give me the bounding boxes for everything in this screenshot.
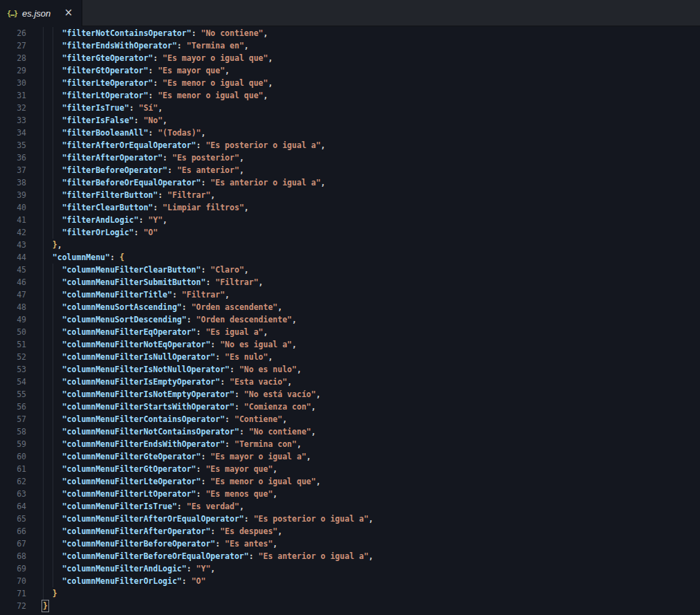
code-line[interactable]: 71} bbox=[0, 587, 700, 600]
code-line[interactable]: 43}, bbox=[0, 239, 700, 251]
line-number[interactable]: 33 bbox=[0, 114, 26, 127]
code-line[interactable]: 38"filterBeforeOrEqualOperator": "Es ant… bbox=[0, 176, 700, 189]
line-number[interactable]: 49 bbox=[0, 313, 26, 326]
line-number[interactable]: 72 bbox=[0, 600, 26, 612]
code-line[interactable]: 54"columnMenuFilterIsEmptyOperator": "Es… bbox=[0, 376, 700, 388]
line-number[interactable]: 66 bbox=[0, 525, 26, 538]
code-line[interactable]: 63"columnMenuFilterLtOperator": "Es meno… bbox=[0, 488, 700, 500]
code-line[interactable]: 48"columnMenuSortAscending": "Orden asce… bbox=[0, 301, 700, 313]
line-number[interactable]: 47 bbox=[0, 288, 26, 301]
code-line[interactable]: 72} bbox=[0, 600, 700, 612]
line-number[interactable]: 43 bbox=[0, 239, 26, 251]
code-line[interactable]: 70"columnMenuFilterOrLogic": "O" bbox=[0, 575, 700, 587]
line-number[interactable]: 44 bbox=[0, 251, 26, 264]
code-line[interactable]: 65"columnMenuFilterAfterOrEqualOperator"… bbox=[0, 513, 700, 525]
code-line[interactable]: 55"columnMenuFilterIsNotEmptyOperator": … bbox=[0, 388, 700, 401]
code-line[interactable]: 46"columnMenuFilterSubmitButton": "Filtr… bbox=[0, 276, 700, 288]
line-number[interactable]: 57 bbox=[0, 413, 26, 425]
line-number[interactable]: 69 bbox=[0, 562, 26, 575]
editor[interactable]: 26"filterNotContainsOperator": "No conti… bbox=[0, 26, 700, 615]
code-line[interactable]: 59"columnMenuFilterEndsWithOperator": "T… bbox=[0, 438, 700, 450]
line-number[interactable]: 40 bbox=[0, 201, 26, 214]
line-number[interactable]: 60 bbox=[0, 450, 26, 463]
code-line[interactable]: 56"columnMenuFilterStartsWithOperator": … bbox=[0, 401, 700, 413]
code-line[interactable]: 52"columnMenuFilterIsNullOperator": "Es … bbox=[0, 351, 700, 363]
code-line[interactable]: 32"filterIsTrue": "Sí", bbox=[0, 102, 700, 114]
line-number[interactable]: 58 bbox=[0, 425, 26, 438]
code-line[interactable]: 58"columnMenuFilterNotContainsOperator":… bbox=[0, 425, 700, 438]
code-line[interactable]: 33"filterIsFalse": "No", bbox=[0, 114, 700, 127]
code-line[interactable]: 50"columnMenuFilterEqOperator": "Es igua… bbox=[0, 326, 700, 338]
line-number[interactable]: 34 bbox=[0, 127, 26, 139]
code-line[interactable]: 62"columnMenuFilterLteOperator": "Es men… bbox=[0, 475, 700, 488]
line-number[interactable]: 51 bbox=[0, 338, 26, 351]
line-number[interactable]: 29 bbox=[0, 64, 26, 77]
line-number[interactable]: 53 bbox=[0, 363, 26, 376]
code-line[interactable]: 66"columnMenuFilterAfterOperator": "Es d… bbox=[0, 525, 700, 538]
line-number[interactable]: 64 bbox=[0, 500, 26, 513]
code-line[interactable]: 26"filterNotContainsOperator": "No conti… bbox=[0, 27, 700, 39]
line-number[interactable]: 31 bbox=[0, 89, 26, 102]
code-line[interactable]: 68"columnMenuFilterBeforeOrEqualOperator… bbox=[0, 550, 700, 562]
line-number[interactable]: 56 bbox=[0, 401, 26, 413]
line-number[interactable]: 38 bbox=[0, 176, 26, 189]
line-number[interactable]: 65 bbox=[0, 513, 26, 525]
code-line[interactable]: 47"columnMenuFilterTitle": "Filtrar", bbox=[0, 288, 700, 301]
code-line[interactable]: 39"filterFilterButton": "Filtrar", bbox=[0, 189, 700, 201]
line-number[interactable]: 41 bbox=[0, 214, 26, 226]
punctuation-colon: : bbox=[230, 365, 239, 374]
code-line[interactable]: 64"columnMenuFilterIsTrue": "Es verdad", bbox=[0, 500, 700, 513]
code-line[interactable]: 31"filterLtOperator": "Es menor o igual … bbox=[0, 89, 700, 102]
line-number[interactable]: 63 bbox=[0, 488, 26, 500]
code-line[interactable]: 69"columnMenuFilterAndLogic": "Y", bbox=[0, 562, 700, 575]
tab-es-json[interactable]: {…} es.json × bbox=[0, 0, 82, 26]
line-number[interactable]: 73 bbox=[0, 612, 26, 615]
line-number[interactable]: 39 bbox=[0, 189, 26, 201]
line-number[interactable]: 35 bbox=[0, 139, 26, 152]
line-number[interactable]: 46 bbox=[0, 276, 26, 288]
line-number[interactable]: 50 bbox=[0, 326, 26, 338]
code-line[interactable]: 27"filterEndsWithOperator": "Termina en"… bbox=[0, 39, 700, 52]
line-number[interactable]: 48 bbox=[0, 301, 26, 313]
line-number[interactable]: 37 bbox=[0, 164, 26, 176]
code-line[interactable]: 28"filterGteOperator": "Es mayor o igual… bbox=[0, 52, 700, 64]
code-line[interactable]: 35"filterAfterOrEqualOperator": "Es post… bbox=[0, 139, 700, 152]
line-number[interactable]: 36 bbox=[0, 152, 26, 164]
line-number[interactable]: 67 bbox=[0, 538, 26, 550]
code-line[interactable]: 41"filterAndLogic": "Y", bbox=[0, 214, 700, 226]
line-number[interactable]: 71 bbox=[0, 587, 26, 600]
code-line[interactable]: 45"columnMenuFilterClearButton": "Claro"… bbox=[0, 264, 700, 276]
line-number[interactable]: 70 bbox=[0, 575, 26, 587]
line-number[interactable]: 27 bbox=[0, 39, 26, 52]
code-line[interactable]: 30"filterLteOperator": "Es menor o igual… bbox=[0, 77, 700, 89]
close-icon[interactable]: × bbox=[62, 7, 75, 19]
code-line[interactable]: 60"columnMenuFilterGteOperator": "Es may… bbox=[0, 450, 700, 463]
code-line[interactable]: 42"filterOrLogic": "O" bbox=[0, 226, 700, 239]
line-number[interactable]: 30 bbox=[0, 77, 26, 89]
line-number[interactable]: 28 bbox=[0, 52, 26, 64]
line-number[interactable]: 42 bbox=[0, 226, 26, 239]
code-line[interactable]: 40"filterClearButton": "Limpiar filtros"… bbox=[0, 201, 700, 214]
code-line[interactable]: 73 bbox=[0, 612, 700, 615]
line-number[interactable]: 45 bbox=[0, 264, 26, 276]
line-number[interactable]: 32 bbox=[0, 102, 26, 114]
line-number[interactable]: 61 bbox=[0, 463, 26, 475]
line-number[interactable]: 54 bbox=[0, 376, 26, 388]
code-line[interactable]: 51"columnMenuFilterNotEqOperator": "No e… bbox=[0, 338, 700, 351]
code-line[interactable]: 34"filterBooleanAll": "(Todas)", bbox=[0, 127, 700, 139]
code-line[interactable]: 57"columnMenuFilterContainsOperator": "C… bbox=[0, 413, 700, 425]
line-number[interactable]: 55 bbox=[0, 388, 26, 401]
line-number[interactable]: 59 bbox=[0, 438, 26, 450]
code-line[interactable]: 36"filterAfterOperator": "Es posterior", bbox=[0, 152, 700, 164]
code-line[interactable]: 44"columnMenu": { bbox=[0, 251, 700, 264]
code-line[interactable]: 61"columnMenuFilterGtOperator": "Es mayo… bbox=[0, 463, 700, 475]
code-line[interactable]: 29"filterGtOperator": "Es mayor que", bbox=[0, 64, 700, 77]
code-line[interactable]: 53"columnMenuFilterIsNotNullOperator": "… bbox=[0, 363, 700, 376]
line-number[interactable]: 68 bbox=[0, 550, 26, 562]
line-number[interactable]: 62 bbox=[0, 475, 26, 488]
line-number[interactable]: 52 bbox=[0, 351, 26, 363]
code-line[interactable]: 67"columnMenuFilterBeforeOperator": "Es … bbox=[0, 538, 700, 550]
code-line[interactable]: 49"columnMenuSortDescending": "Orden des… bbox=[0, 313, 700, 326]
line-number[interactable]: 26 bbox=[0, 27, 26, 39]
code-line[interactable]: 37"filterBeforeOperator": "Es anterior", bbox=[0, 164, 700, 176]
